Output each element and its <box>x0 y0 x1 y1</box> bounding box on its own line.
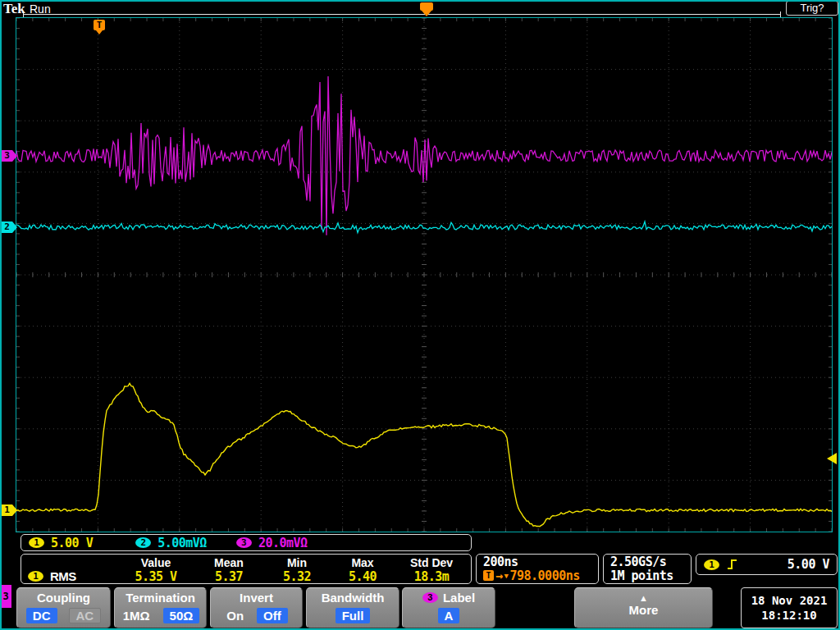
graticule <box>16 17 833 532</box>
bandwidth-title: Bandwidth <box>307 591 399 605</box>
rising-edge-icon <box>726 558 739 571</box>
menu-more[interactable]: ▲ More <box>574 587 713 628</box>
more-up-arrow-icon: ▲ <box>575 593 712 603</box>
tek-logo: Tek <box>3 1 25 17</box>
label-value[interactable]: A <box>438 608 460 623</box>
trigger-time-flag-icon[interactable]: T <box>94 20 105 30</box>
measurement-row[interactable]: 1 RMS <box>21 569 118 583</box>
menu-invert[interactable]: Invert On Off <box>210 587 303 628</box>
trigger-level-arrow-icon[interactable] <box>827 453 837 464</box>
trigger-status-badge: Trig? <box>786 1 838 16</box>
menu-bandwidth[interactable]: Bandwidth Full <box>306 587 399 628</box>
date-text: 18 Nov 2021 <box>751 594 828 607</box>
termination-title: Termination <box>115 591 206 605</box>
ch1-scale: 5.00 V <box>51 536 93 550</box>
invert-option-on[interactable]: On <box>225 608 245 623</box>
ch3-badge[interactable]: 3 <box>236 537 252 548</box>
channel-3-menu-tab[interactable]: 3 <box>0 585 11 608</box>
trigger-level: 5.00 V <box>788 557 829 572</box>
ch2-badge[interactable]: 2 <box>135 537 151 548</box>
trigger-position: 798.0000ns <box>509 568 579 583</box>
meas-ch-badge: 1 <box>28 571 43 582</box>
menu-coupling[interactable]: Coupling DC AC <box>16 587 111 628</box>
oscilloscope-screen: Tek Run Trig? T 3 2 1 1 5.00 V 2 5.00mVΩ… <box>0 0 840 630</box>
meas-header-value: Value <box>118 556 194 569</box>
trigger-source-badge: 1 <box>704 559 719 570</box>
ch1-trace <box>16 383 832 526</box>
ch3-ground-marker[interactable]: 3 <box>2 150 12 162</box>
coupling-title: Coupling <box>17 591 110 605</box>
bandwidth-option-full[interactable]: Full <box>336 608 371 623</box>
ch1-badge[interactable]: 1 <box>29 537 44 548</box>
time-per-div: 200ns <box>483 555 518 569</box>
meas-mean: 5.37 <box>194 569 264 584</box>
coupling-option-dc[interactable]: DC <box>26 608 57 623</box>
record-length: 1M points <box>610 568 673 583</box>
acquisition-status: Run <box>30 2 51 16</box>
meas-max: 5.40 <box>330 569 395 584</box>
label-channel-badge: 3 <box>422 592 438 603</box>
trigger-position-marker-icon[interactable] <box>420 2 433 11</box>
ch3-scale: 20.0mVΩ <box>258 536 308 550</box>
trigger-t-icon: T <box>483 570 494 581</box>
sample-rate: 2.50GS/s <box>610 555 666 569</box>
meas-name: RMS <box>50 569 76 583</box>
coupling-option-ac[interactable]: AC <box>69 608 102 623</box>
measurement-readout: Value Mean Min Max Std Dev 1 RMS 5.35 V … <box>21 554 472 584</box>
ch2-scale: 5.00mVΩ <box>158 536 207 550</box>
menu-label[interactable]: 3 Label A <box>402 587 495 628</box>
trigger-readout[interactable]: 1 5.00 V <box>696 554 838 575</box>
meas-header-stddev: Std Dev <box>395 556 468 569</box>
ch2-ground-marker[interactable]: 2 <box>2 221 12 233</box>
meas-header-min: Min <box>264 556 330 569</box>
meas-min: 5.32 <box>264 569 330 584</box>
invert-option-off[interactable]: Off <box>257 608 288 623</box>
termination-option-1mohm[interactable]: 1MΩ <box>121 608 152 623</box>
label-title: Label <box>443 591 475 605</box>
invert-title: Invert <box>211 591 302 605</box>
termination-option-50ohm[interactable]: 50Ω <box>163 608 200 623</box>
acquisition-readout: 2.50GS/s 1M points <box>603 554 692 584</box>
ch1-ground-marker[interactable]: 1 <box>2 504 12 516</box>
meas-header-max: Max <box>330 556 395 569</box>
record-view-bar <box>23 14 781 15</box>
menu-termination[interactable]: Termination 1MΩ 50Ω <box>114 587 207 628</box>
arrow-right-icon: → <box>495 568 503 583</box>
meas-value: 5.35 V <box>118 569 194 584</box>
horizontal-readout[interactable]: 200ns T → ▼ 798.0000ns <box>476 554 599 584</box>
meas-header-mean: Mean <box>194 556 264 569</box>
triangle-down-icon: ▼ <box>504 572 509 580</box>
datetime-display: 18 Nov 2021 18:12:10 <box>741 587 838 628</box>
channel-scale-readout[interactable]: 1 5.00 V 2 5.00mVΩ 3 20.0mVΩ <box>21 534 472 551</box>
more-title: More <box>575 603 712 617</box>
waveform-display <box>16 18 832 532</box>
meas-stddev: 18.3m <box>395 569 468 584</box>
time-text: 18:12:10 <box>761 609 816 622</box>
